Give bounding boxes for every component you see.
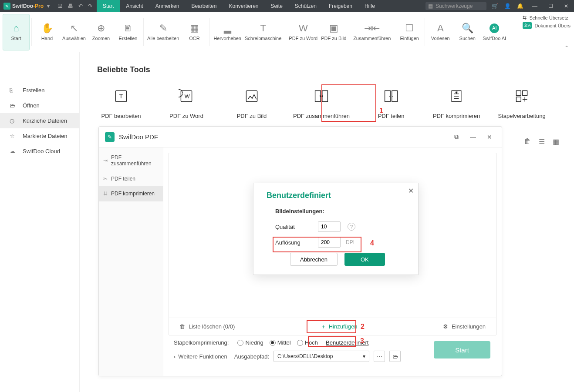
modal-popout-icon[interactable]: ⧉	[450, 133, 463, 141]
ribbon-ocr[interactable]: ▦OCR	[181, 14, 208, 50]
close-button[interactable]: ✕	[558, 0, 574, 12]
bell-icon[interactable]: 🔔	[517, 3, 523, 9]
modal-minimize-icon[interactable]: ―	[467, 134, 479, 141]
cart-icon[interactable]: 🛒	[492, 3, 498, 9]
resolution-label: Auflösung	[275, 239, 314, 246]
menu-hilfe[interactable]: Hilfe	[358, 0, 381, 12]
gear-icon: ⚙	[443, 323, 448, 330]
sidebar-open[interactable]: 🗁Öffnen	[0, 98, 79, 113]
list-view-icon[interactable]: ☰	[539, 137, 545, 146]
sidebar-create[interactable]: ⎘Erstellen	[0, 83, 79, 98]
ribbon-search[interactable]: 🔍Suchen	[454, 14, 481, 50]
start-button[interactable]: Start	[434, 341, 490, 358]
ribbon-select[interactable]: ↖Auswählen	[61, 14, 88, 50]
menu-ansicht[interactable]: Ansicht	[120, 0, 149, 12]
more-options-button[interactable]: ⋯	[374, 351, 385, 362]
tool-pdf-image[interactable]: PDF zu Bild	[228, 87, 276, 119]
ribbon-collapse-icon[interactable]: ⌃	[564, 45, 569, 51]
tool-pdf-edit[interactable]: TPDF bearbeiten	[97, 87, 145, 119]
tool-batch[interactable]: Stapelverarbeitung	[498, 87, 546, 119]
search-tools[interactable]: ▦ Suchwerkzeuge	[425, 2, 486, 10]
chevron-left-icon: ‹	[174, 353, 176, 360]
modal-main: ✕ Benutzerdefiniert Bildeinstellungen: Q…	[163, 147, 502, 376]
menu-seite[interactable]: Seite	[265, 0, 289, 12]
grid-view-icon[interactable]: ▦	[553, 137, 559, 146]
clear-list-button[interactable]: 🗑Liste löschen (0/0)	[179, 323, 235, 330]
ribbon-edit-all[interactable]: ✎Alle bearbeiten	[145, 14, 181, 50]
settings-button[interactable]: ⚙Einstellungen	[443, 323, 486, 330]
quick-translate[interactable]: ⇆Schnelle Übersetz	[523, 15, 571, 20]
cancel-button[interactable]: Abbrechen	[290, 253, 338, 266]
modal-header: ✎ SwifDoo PDF ⧉ ― ✕	[99, 127, 502, 147]
tool-pdf-split[interactable]: PDF teilen	[367, 87, 415, 119]
sidebar-cloud[interactable]: ☁SwifDoo Cloud	[0, 144, 79, 159]
quality-help-icon[interactable]: ?	[348, 223, 355, 231]
modal-side-merge[interactable]: ⇥PDF zusammenführen	[99, 150, 163, 171]
save-icon[interactable]: 🖫	[57, 3, 63, 9]
menu-start[interactable]: Start	[97, 0, 120, 12]
titlebar: ✎ SwifDoo-Pro ▾ 🖫 🖶 ↶ ↷ Start Ansicht An…	[0, 0, 574, 12]
ribbon-label: Hand	[41, 36, 53, 41]
menu-freigeben[interactable]: Freigeben	[323, 0, 358, 12]
svg-rect-4	[246, 90, 257, 101]
modal-close-icon[interactable]: ✕	[483, 134, 496, 141]
merge-small-icon: ⇥	[103, 157, 108, 164]
minimize-button[interactable]: ―	[527, 0, 543, 12]
browse-folder-button[interactable]: 🗁	[389, 351, 401, 362]
ok-button[interactable]: OK	[344, 253, 385, 266]
modal-side-compress[interactable]: ⇊PDF komprimieren	[99, 186, 163, 201]
svg-text:T: T	[119, 93, 123, 100]
quality-input[interactable]	[318, 221, 341, 232]
modal-side-split[interactable]: ✂PDF teilen	[99, 171, 163, 186]
maximize-button[interactable]: ☐	[543, 0, 558, 12]
ribbon-zoom[interactable]: ⊕Zoomen	[88, 14, 115, 50]
brand-dropdown-icon[interactable]: ▾	[47, 3, 50, 9]
custom-dialog-close-icon[interactable]: ✕	[408, 187, 414, 195]
ribbon-typewriter[interactable]: TSchreibmaschine	[243, 14, 283, 50]
ribbon-insert[interactable]: ☐Einfügen	[396, 14, 423, 50]
ribbon-hand[interactable]: ✋Hand	[34, 14, 61, 50]
tool-pdf-compress[interactable]: PDF komprimieren	[432, 87, 480, 119]
menu-bearbeiten[interactable]: Bearbeiten	[185, 0, 223, 12]
back-link[interactable]: ‹Weitere Funktionen	[174, 353, 227, 360]
compress-small-icon: ⇊	[103, 191, 108, 197]
resolution-input[interactable]	[318, 237, 341, 248]
radio-medium[interactable]: Mittel	[270, 339, 291, 346]
ribbon-start[interactable]: ⌂Start	[3, 14, 30, 50]
undo-icon[interactable]: ↶	[78, 3, 83, 9]
ribbon-pdf-image[interactable]: ▣PDF zu Bild	[319, 14, 348, 50]
ribbon-merge[interactable]: ⇥⇤Zusammenführen	[348, 14, 396, 50]
merge-pages-icon	[313, 87, 330, 105]
add-files-button[interactable]: ＋Hinzufügen	[315, 321, 363, 333]
ribbon-label: Alle bearbeiten	[147, 36, 179, 41]
ribbon-create[interactable]: 🗎Erstellen	[115, 14, 142, 50]
user-icon[interactable]: 👤	[504, 3, 511, 9]
ribbon-pdf-word[interactable]: WPDF zu Word	[287, 14, 319, 50]
ribbon-highlight[interactable]: ▂Hervorheben	[212, 14, 243, 50]
doc-translate[interactable]: 文ADokument Übers	[523, 22, 571, 29]
trash-icon[interactable]: 🗑	[524, 137, 531, 146]
ribbon-ai[interactable]: AISwifDoo AI	[481, 14, 508, 50]
sidebar-starred[interactable]: ☆Markierte Dateien	[0, 128, 79, 144]
custom-link[interactable]: Benutzerdefiniert	[324, 339, 370, 346]
ribbon-read[interactable]: AVorlesen	[427, 14, 454, 50]
sidebar-recent[interactable]: ◷Kürzliche Dateien	[0, 113, 79, 128]
tool-pdf-word[interactable]: WPDF zu Word	[162, 87, 210, 119]
canvas-footer: 🗑Liste löschen (0/0) ＋Hinzufügen ⚙Einste…	[169, 318, 496, 335]
redo-icon[interactable]: ↷	[88, 3, 92, 9]
menu-konvertieren[interactable]: Konvertieren	[223, 0, 264, 12]
tool-pdf-merge[interactable]: PDF zusammenführen	[293, 87, 350, 119]
radio-high[interactable]: Hoch	[297, 339, 318, 346]
split-small-icon: ✂	[103, 176, 108, 182]
print-icon[interactable]: 🖶	[68, 3, 73, 9]
svg-rect-6	[322, 90, 328, 101]
menu-anmerken[interactable]: Anmerken	[149, 0, 186, 12]
window-controls: ― ☐ ✕	[527, 0, 574, 12]
swifdoo-icon: ✎	[3, 3, 10, 10]
menu-schuetzen[interactable]: Schützen	[289, 0, 323, 12]
app-logo: ✎ SwifDoo-Pro ▾	[0, 3, 53, 10]
radio-low[interactable]: Niedrig	[237, 339, 263, 346]
main-menu: Start Ansicht Anmerken Bearbeiten Konver…	[97, 0, 425, 12]
star-icon: ☆	[10, 133, 17, 139]
output-path-select[interactable]: C:\Users\DELL\Desktop▾	[273, 351, 369, 362]
